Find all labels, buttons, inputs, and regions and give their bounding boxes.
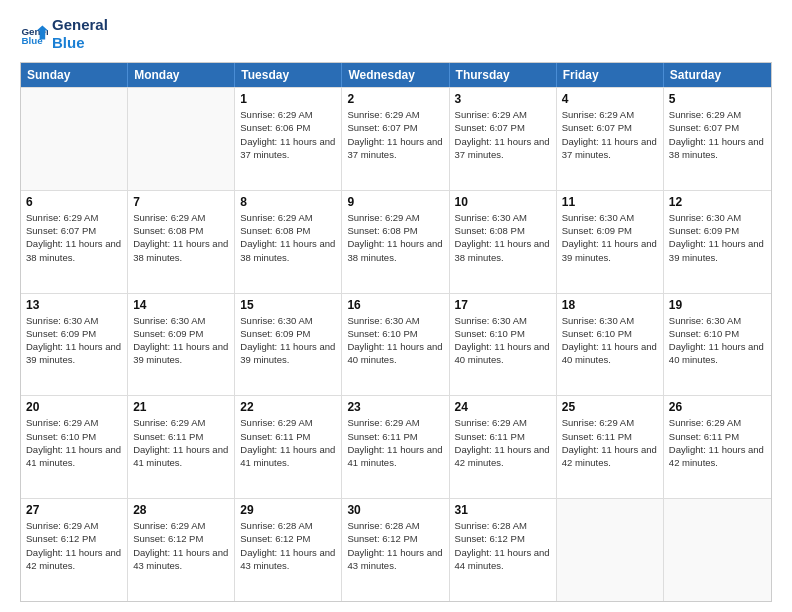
calendar-cell: 2Sunrise: 6:29 AM Sunset: 6:07 PM Daylig… xyxy=(342,88,449,190)
day-info: Sunrise: 6:29 AM Sunset: 6:08 PM Dayligh… xyxy=(240,211,336,264)
calendar-cell: 21Sunrise: 6:29 AM Sunset: 6:11 PM Dayli… xyxy=(128,396,235,498)
day-number: 7 xyxy=(133,195,229,209)
day-number: 15 xyxy=(240,298,336,312)
calendar-cell: 9Sunrise: 6:29 AM Sunset: 6:08 PM Daylig… xyxy=(342,191,449,293)
calendar-cell: 1Sunrise: 6:29 AM Sunset: 6:06 PM Daylig… xyxy=(235,88,342,190)
calendar-cell: 12Sunrise: 6:30 AM Sunset: 6:09 PM Dayli… xyxy=(664,191,771,293)
logo: General Blue General Blue xyxy=(20,16,108,52)
day-number: 28 xyxy=(133,503,229,517)
day-number: 14 xyxy=(133,298,229,312)
day-info: Sunrise: 6:29 AM Sunset: 6:12 PM Dayligh… xyxy=(133,519,229,572)
calendar-cell: 10Sunrise: 6:30 AM Sunset: 6:08 PM Dayli… xyxy=(450,191,557,293)
day-number: 6 xyxy=(26,195,122,209)
calendar-cell: 23Sunrise: 6:29 AM Sunset: 6:11 PM Dayli… xyxy=(342,396,449,498)
day-info: Sunrise: 6:30 AM Sunset: 6:09 PM Dayligh… xyxy=(26,314,122,367)
calendar-cell: 24Sunrise: 6:29 AM Sunset: 6:11 PM Dayli… xyxy=(450,396,557,498)
calendar-cell: 13Sunrise: 6:30 AM Sunset: 6:09 PM Dayli… xyxy=(21,294,128,396)
day-info: Sunrise: 6:29 AM Sunset: 6:07 PM Dayligh… xyxy=(347,108,443,161)
calendar-header: Sunday Monday Tuesday Wednesday Thursday… xyxy=(21,63,771,87)
calendar-cell xyxy=(21,88,128,190)
calendar-cell: 27Sunrise: 6:29 AM Sunset: 6:12 PM Dayli… xyxy=(21,499,128,601)
day-number: 16 xyxy=(347,298,443,312)
day-info: Sunrise: 6:29 AM Sunset: 6:11 PM Dayligh… xyxy=(240,416,336,469)
day-number: 19 xyxy=(669,298,766,312)
day-info: Sunrise: 6:29 AM Sunset: 6:12 PM Dayligh… xyxy=(26,519,122,572)
day-number: 31 xyxy=(455,503,551,517)
day-info: Sunrise: 6:29 AM Sunset: 6:11 PM Dayligh… xyxy=(455,416,551,469)
day-number: 9 xyxy=(347,195,443,209)
day-number: 8 xyxy=(240,195,336,209)
calendar-cell xyxy=(557,499,664,601)
calendar-cell: 26Sunrise: 6:29 AM Sunset: 6:11 PM Dayli… xyxy=(664,396,771,498)
calendar-cell: 14Sunrise: 6:30 AM Sunset: 6:09 PM Dayli… xyxy=(128,294,235,396)
day-number: 25 xyxy=(562,400,658,414)
day-number: 30 xyxy=(347,503,443,517)
day-number: 5 xyxy=(669,92,766,106)
calendar-row-3: 13Sunrise: 6:30 AM Sunset: 6:09 PM Dayli… xyxy=(21,293,771,396)
header-saturday: Saturday xyxy=(664,63,771,87)
day-info: Sunrise: 6:29 AM Sunset: 6:06 PM Dayligh… xyxy=(240,108,336,161)
calendar-cell: 15Sunrise: 6:30 AM Sunset: 6:09 PM Dayli… xyxy=(235,294,342,396)
header-friday: Friday xyxy=(557,63,664,87)
day-number: 26 xyxy=(669,400,766,414)
calendar-body: 1Sunrise: 6:29 AM Sunset: 6:06 PM Daylig… xyxy=(21,87,771,601)
day-info: Sunrise: 6:29 AM Sunset: 6:07 PM Dayligh… xyxy=(669,108,766,161)
logo-general: General xyxy=(52,16,108,34)
day-info: Sunrise: 6:29 AM Sunset: 6:07 PM Dayligh… xyxy=(455,108,551,161)
day-number: 22 xyxy=(240,400,336,414)
day-number: 18 xyxy=(562,298,658,312)
day-number: 2 xyxy=(347,92,443,106)
calendar-cell: 7Sunrise: 6:29 AM Sunset: 6:08 PM Daylig… xyxy=(128,191,235,293)
day-number: 13 xyxy=(26,298,122,312)
header-sunday: Sunday xyxy=(21,63,128,87)
calendar-row-2: 6Sunrise: 6:29 AM Sunset: 6:07 PM Daylig… xyxy=(21,190,771,293)
calendar-cell: 20Sunrise: 6:29 AM Sunset: 6:10 PM Dayli… xyxy=(21,396,128,498)
calendar-cell: 19Sunrise: 6:30 AM Sunset: 6:10 PM Dayli… xyxy=(664,294,771,396)
day-info: Sunrise: 6:29 AM Sunset: 6:07 PM Dayligh… xyxy=(26,211,122,264)
day-number: 20 xyxy=(26,400,122,414)
calendar-cell: 31Sunrise: 6:28 AM Sunset: 6:12 PM Dayli… xyxy=(450,499,557,601)
calendar-cell: 25Sunrise: 6:29 AM Sunset: 6:11 PM Dayli… xyxy=(557,396,664,498)
day-info: Sunrise: 6:29 AM Sunset: 6:08 PM Dayligh… xyxy=(133,211,229,264)
day-info: Sunrise: 6:29 AM Sunset: 6:10 PM Dayligh… xyxy=(26,416,122,469)
day-info: Sunrise: 6:29 AM Sunset: 6:11 PM Dayligh… xyxy=(669,416,766,469)
header-wednesday: Wednesday xyxy=(342,63,449,87)
calendar-cell: 18Sunrise: 6:30 AM Sunset: 6:10 PM Dayli… xyxy=(557,294,664,396)
day-info: Sunrise: 6:30 AM Sunset: 6:10 PM Dayligh… xyxy=(562,314,658,367)
day-info: Sunrise: 6:29 AM Sunset: 6:08 PM Dayligh… xyxy=(347,211,443,264)
calendar-cell: 4Sunrise: 6:29 AM Sunset: 6:07 PM Daylig… xyxy=(557,88,664,190)
day-number: 10 xyxy=(455,195,551,209)
day-number: 24 xyxy=(455,400,551,414)
day-number: 11 xyxy=(562,195,658,209)
header-monday: Monday xyxy=(128,63,235,87)
calendar-cell: 8Sunrise: 6:29 AM Sunset: 6:08 PM Daylig… xyxy=(235,191,342,293)
header-tuesday: Tuesday xyxy=(235,63,342,87)
header-thursday: Thursday xyxy=(450,63,557,87)
day-number: 12 xyxy=(669,195,766,209)
day-info: Sunrise: 6:30 AM Sunset: 6:08 PM Dayligh… xyxy=(455,211,551,264)
day-info: Sunrise: 6:30 AM Sunset: 6:09 PM Dayligh… xyxy=(240,314,336,367)
day-info: Sunrise: 6:29 AM Sunset: 6:11 PM Dayligh… xyxy=(562,416,658,469)
calendar-cell: 11Sunrise: 6:30 AM Sunset: 6:09 PM Dayli… xyxy=(557,191,664,293)
day-info: Sunrise: 6:29 AM Sunset: 6:07 PM Dayligh… xyxy=(562,108,658,161)
calendar-row-4: 20Sunrise: 6:29 AM Sunset: 6:10 PM Dayli… xyxy=(21,395,771,498)
page: General Blue General Blue Sunday Monday … xyxy=(0,0,792,612)
day-number: 17 xyxy=(455,298,551,312)
calendar-cell: 5Sunrise: 6:29 AM Sunset: 6:07 PM Daylig… xyxy=(664,88,771,190)
calendar-cell: 3Sunrise: 6:29 AM Sunset: 6:07 PM Daylig… xyxy=(450,88,557,190)
calendar-cell xyxy=(128,88,235,190)
calendar-cell: 28Sunrise: 6:29 AM Sunset: 6:12 PM Dayli… xyxy=(128,499,235,601)
header: General Blue General Blue xyxy=(20,16,772,52)
day-number: 23 xyxy=(347,400,443,414)
calendar-cell: 30Sunrise: 6:28 AM Sunset: 6:12 PM Dayli… xyxy=(342,499,449,601)
day-info: Sunrise: 6:30 AM Sunset: 6:10 PM Dayligh… xyxy=(347,314,443,367)
calendar-cell: 6Sunrise: 6:29 AM Sunset: 6:07 PM Daylig… xyxy=(21,191,128,293)
logo-blue: Blue xyxy=(52,34,108,52)
day-info: Sunrise: 6:28 AM Sunset: 6:12 PM Dayligh… xyxy=(455,519,551,572)
day-number: 27 xyxy=(26,503,122,517)
calendar-cell: 17Sunrise: 6:30 AM Sunset: 6:10 PM Dayli… xyxy=(450,294,557,396)
day-info: Sunrise: 6:29 AM Sunset: 6:11 PM Dayligh… xyxy=(133,416,229,469)
day-info: Sunrise: 6:28 AM Sunset: 6:12 PM Dayligh… xyxy=(240,519,336,572)
calendar-cell xyxy=(664,499,771,601)
day-info: Sunrise: 6:30 AM Sunset: 6:09 PM Dayligh… xyxy=(562,211,658,264)
